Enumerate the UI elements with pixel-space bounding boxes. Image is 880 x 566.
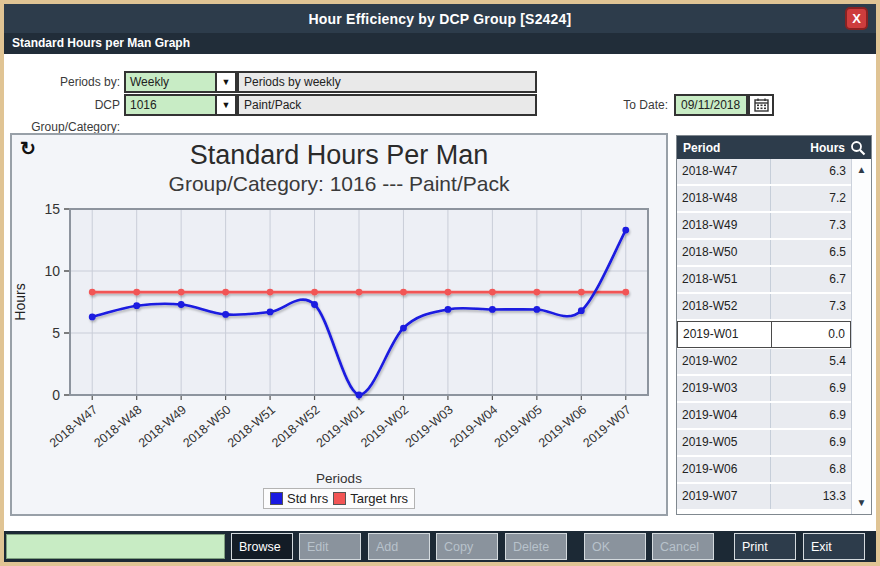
table-row[interactable]: 2018-W527.3	[677, 294, 851, 321]
title-bar[interactable]: Hour Efficiency by DCP Group [S2424] X	[4, 4, 876, 33]
chart-legend: Std hrsTarget hrs	[263, 488, 415, 509]
button-print[interactable]: Print	[734, 533, 796, 560]
period-cell: 2018-W50	[677, 240, 771, 265]
chart-title: Standard Hours Per Man	[12, 139, 666, 171]
table-row[interactable]: 2019-W025.4	[677, 349, 851, 376]
line-chart: 0510152018-W472018-W482018-W492018-W5020…	[12, 199, 666, 471]
period-cell: 2019-W07	[677, 484, 771, 509]
periods-by-label: Periods by:	[4, 71, 120, 93]
chart-panel: ↻ Standard Hours Per Man Group/Category:…	[10, 133, 668, 516]
hours-cell: 13.3	[771, 484, 851, 509]
table-row[interactable]: 2018-W497.3	[677, 213, 851, 240]
table-row[interactable]: 2019-W056.9	[677, 430, 851, 457]
hours-cell: 6.9	[771, 430, 851, 455]
to-date-label: To Date:	[564, 94, 668, 116]
svg-text:2018-W50: 2018-W50	[180, 403, 233, 451]
chevron-down-icon[interactable]: ▼	[215, 96, 235, 114]
legend-label: Target hrs	[350, 491, 408, 506]
svg-text:2018-W51: 2018-W51	[225, 403, 278, 451]
bottom-toolbar: BrowseEditAddCopyDeleteOKCancelPrintExit	[4, 531, 876, 562]
table-row[interactable]: 2019-W036.9	[677, 376, 851, 403]
table-row[interactable]: 2019-W010.0	[677, 321, 851, 348]
refresh-icon[interactable]: ↻	[20, 139, 36, 159]
button-browse[interactable]: Browse	[231, 533, 293, 560]
legend-label: Std hrs	[287, 491, 328, 506]
period-cell: 2018-W52	[677, 294, 771, 319]
dcp-group-select[interactable]: 1016 ▼	[124, 94, 237, 116]
period-cell: 2019-W04	[677, 403, 771, 428]
svg-text:2019-W05: 2019-W05	[492, 403, 545, 451]
column-header-period: Period	[677, 141, 773, 155]
periods-by-select[interactable]: Weekly ▼	[124, 71, 237, 93]
hours-cell: 7.3	[771, 294, 851, 319]
svg-text:10: 10	[44, 263, 60, 279]
svg-text:2018-W48: 2018-W48	[91, 403, 144, 451]
svg-text:Hours: Hours	[12, 283, 28, 320]
button-add: Add	[368, 533, 430, 560]
calendar-icon	[754, 98, 769, 112]
legend-item-target-hrs: Target hrs	[333, 491, 408, 506]
period-cell: 2018-W48	[677, 186, 771, 211]
table-row[interactable]: 2018-W516.7	[677, 267, 851, 294]
button-cancel: Cancel	[652, 533, 714, 560]
scroll-up-icon[interactable]: ▲	[852, 161, 871, 179]
button-exit[interactable]: Exit	[803, 533, 865, 560]
svg-text:2019-W04: 2019-W04	[447, 403, 500, 451]
hours-cell: 6.9	[771, 376, 851, 401]
svg-text:2018-W49: 2018-W49	[136, 403, 189, 451]
calendar-button[interactable]	[748, 94, 774, 116]
table-row[interactable]: 2018-W487.2	[677, 186, 851, 213]
button-edit: Edit	[299, 533, 361, 560]
hours-cell: 7.2	[771, 186, 851, 211]
hours-cell: 6.7	[771, 267, 851, 292]
period-cell: 2018-W51	[677, 267, 771, 292]
chevron-down-icon[interactable]: ▼	[215, 73, 235, 91]
hours-cell: 0.0	[772, 322, 850, 347]
quick-search-input[interactable]	[6, 534, 225, 559]
app-window: Hour Efficiency by DCP Group [S2424] X S…	[0, 0, 880, 566]
button-delete: Delete	[505, 533, 567, 560]
period-cell: 2019-W03	[677, 376, 771, 401]
dcp-group-description: Paint/Pack	[237, 94, 537, 116]
scroll-down-icon[interactable]: ▼	[852, 494, 871, 512]
table-scrollbar[interactable]: ▲ ▼	[851, 159, 871, 514]
table-row[interactable]: 2019-W0713.3	[677, 484, 851, 511]
search-button[interactable]	[845, 140, 871, 156]
table-header: Period Hours	[677, 136, 871, 159]
x-axis-title: Periods	[12, 471, 666, 486]
table-row[interactable]: 2019-W046.9	[677, 403, 851, 430]
table-row[interactable]: 2018-W476.3	[677, 159, 851, 186]
svg-text:2019-W01: 2019-W01	[314, 403, 367, 451]
to-date-field[interactable]: 09/11/2018	[674, 94, 748, 116]
button-copy: Copy	[436, 533, 498, 560]
periods-by-description: Periods by weekly	[237, 71, 537, 93]
page-title: Standard Hours per Man Graph	[4, 33, 876, 54]
hours-cell: 6.9	[771, 403, 851, 428]
svg-text:0: 0	[52, 387, 60, 403]
svg-text:2019-W03: 2019-W03	[403, 403, 456, 451]
svg-text:5: 5	[52, 325, 60, 341]
chart-subtitle: Group/Category: 1016 --- Paint/Pack	[12, 171, 666, 197]
search-icon	[850, 140, 866, 156]
period-cell: 2018-W47	[677, 159, 771, 184]
svg-text:2019-W07: 2019-W07	[581, 403, 634, 451]
period-cell: 2019-W01	[678, 322, 772, 347]
column-header-hours: Hours	[773, 141, 845, 155]
svg-text:15: 15	[44, 201, 60, 217]
close-button[interactable]: X	[845, 7, 868, 30]
period-hours-table: Period Hours 2018-W476.32018-W487.22018-…	[676, 135, 872, 515]
window-title: Hour Efficiency by DCP Group [S2424]	[309, 11, 572, 27]
periods-by-value: Weekly	[130, 73, 169, 91]
svg-text:2018-W47: 2018-W47	[47, 403, 100, 451]
period-cell: 2019-W05	[677, 430, 771, 455]
table-row[interactable]: 2019-W066.8	[677, 457, 851, 484]
legend-swatch	[333, 492, 346, 505]
legend-swatch	[270, 492, 283, 505]
svg-text:2019-W02: 2019-W02	[358, 403, 411, 451]
hours-cell: 6.8	[771, 457, 851, 482]
table-row[interactable]: 2018-W506.5	[677, 240, 851, 267]
svg-text:2019-W06: 2019-W06	[536, 403, 589, 451]
close-icon: X	[852, 11, 861, 26]
dcp-group-label: DCP Group/Category:	[4, 94, 120, 138]
hours-cell: 7.3	[771, 213, 851, 238]
